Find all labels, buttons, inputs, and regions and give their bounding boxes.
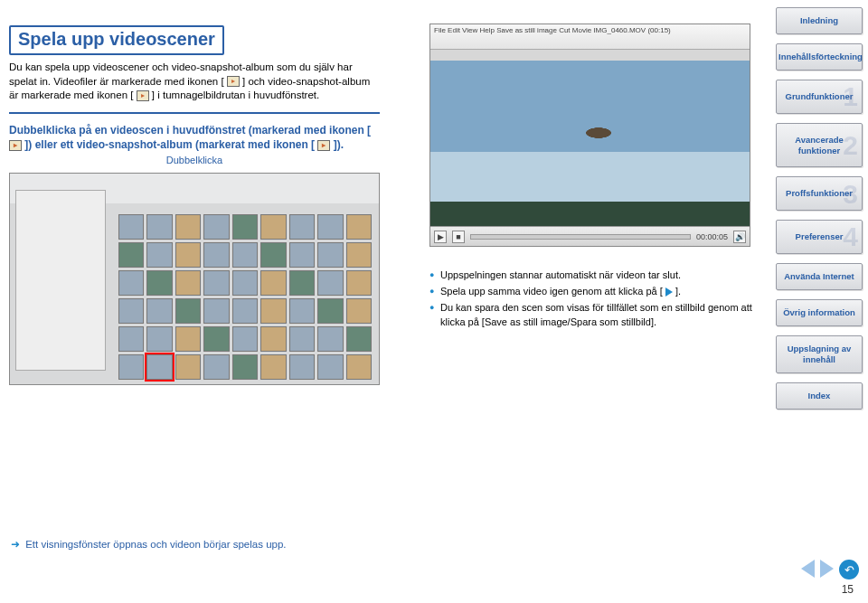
- sidebar-item-label: Övrig information: [783, 307, 855, 317]
- sidebar-item-inledning[interactable]: Inledning: [776, 7, 863, 34]
- notes-list: Uppspelningen stannar automatiskt när vi…: [429, 269, 761, 332]
- video-file-icon: ▸: [227, 76, 240, 87]
- next-page-button[interactable]: [820, 560, 834, 578]
- play-icon: [665, 287, 673, 297]
- timecode-label: 00:00:05: [696, 232, 728, 241]
- volume-button[interactable]: 🔊: [733, 231, 746, 243]
- sidebar-item-ovrig[interactable]: Övrig information: [776, 299, 863, 326]
- folder-tree-pane: [15, 190, 106, 371]
- eagle-graphic: [577, 124, 620, 142]
- sidebar-item-preferenser[interactable]: Preferenser 4: [776, 220, 863, 254]
- back-button[interactable]: ↶: [839, 560, 859, 579]
- sidebar-item-label: Preferenser: [796, 231, 844, 241]
- video-file-icon: ▸: [9, 140, 22, 151]
- instruction-caption: Dubbelklicka: [9, 154, 380, 167]
- thumbnail-grid: [118, 214, 372, 377]
- result-text: Ett visningsfönster öppnas och videon bö…: [25, 539, 286, 550]
- sidebar-item-label: Innehållsförteckning: [778, 52, 863, 61]
- section-divider: [9, 112, 380, 114]
- selected-thumbnail: [146, 354, 172, 380]
- video-player-image: [430, 61, 750, 226]
- arrow-right-icon: ➜: [11, 539, 20, 550]
- sidebar-item-internet[interactable]: Använda Internet: [776, 263, 863, 290]
- intro-text-3: ] i tumnagelbildrutan i huvudfönstret.: [152, 90, 319, 100]
- video-player-menubar: File Edit View Help Save as still image …: [430, 24, 750, 50]
- chapter-number: 4: [843, 222, 858, 251]
- stop-button[interactable]: ■: [452, 231, 465, 243]
- page-title: Spela upp videoscener: [9, 25, 224, 55]
- sidebar-item-label: Inledning: [800, 15, 838, 25]
- bullet2-a: Spela upp samma video igen genom att kli…: [440, 286, 663, 297]
- sidebar-item-label: Uppslagning av innehåll: [788, 344, 852, 364]
- page-nav-footer: ↶: [801, 560, 859, 579]
- chapter-number: 2: [843, 126, 858, 165]
- sidebar-item-proffs[interactable]: Proffsfunktioner 3: [776, 176, 863, 211]
- instruction-text-b: ]) eller ett video-snapshot-album (marke…: [24, 138, 315, 151]
- chapter-number: 1: [843, 82, 858, 111]
- progress-bar[interactable]: [470, 234, 691, 240]
- sidebar-item-innehall[interactable]: Innehållsförteckning: [776, 43, 863, 71]
- sidebar-item-avancerade[interactable]: Avancerade funktioner 2: [776, 123, 863, 168]
- video-snapshot-icon: ▸: [317, 140, 330, 151]
- bullet2-b: ].: [675, 286, 681, 297]
- instruction-text-a: Dubbelklicka på en videoscen i huvudföns…: [9, 124, 371, 137]
- list-item: Spela upp samma video igen genom att kli…: [429, 285, 761, 299]
- page-number: 15: [842, 583, 854, 596]
- list-item: Du kan spara den scen som visas för till…: [429, 301, 761, 330]
- sidebar-item-label: Använda Internet: [784, 271, 854, 281]
- video-player-controls: ▶ ■ 00:00:05 🔊: [430, 226, 750, 246]
- browser-window-screenshot: [9, 173, 380, 385]
- video-snapshot-icon: ▸: [137, 90, 149, 101]
- instruction-text-c: ]).: [334, 138, 344, 151]
- chapter-number: 3: [843, 179, 858, 208]
- sidebar-item-label: Index: [808, 391, 831, 400]
- result-line: ➜ Ett visningsfönster öppnas och videon …: [11, 538, 287, 551]
- sidebar-nav: Inledning Innehållsförteckning Grundfunk…: [776, 7, 863, 410]
- list-item: Uppspelningen stannar automatiskt när vi…: [429, 269, 761, 283]
- instruction-step: Dubbelklicka på en videoscen i huvudföns…: [9, 123, 380, 167]
- intro-paragraph: Du kan spela upp videoscener och video-s…: [9, 61, 380, 103]
- video-player-window: File Edit View Help Save as still image …: [429, 24, 750, 247]
- play-button[interactable]: ▶: [434, 231, 447, 243]
- sidebar-item-index[interactable]: Index: [776, 382, 863, 410]
- sidebar-item-grundfunktioner[interactable]: Grundfunktioner 1: [776, 80, 863, 114]
- prev-page-button[interactable]: [801, 560, 815, 578]
- sidebar-item-uppslagning[interactable]: Uppslagning av innehåll: [776, 335, 863, 373]
- sidebar-item-label: Avancerade funktioner: [795, 135, 844, 155]
